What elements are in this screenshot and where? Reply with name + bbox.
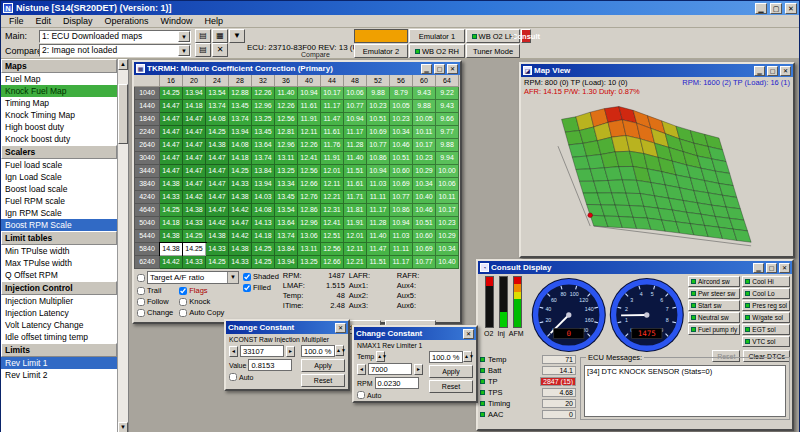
- grid-cell[interactable]: 10.17: [413, 139, 436, 152]
- grid-cell[interactable]: 13.25: [252, 113, 275, 126]
- minimize-button[interactable]: ▁: [754, 66, 765, 76]
- grid-cell[interactable]: 10.94: [390, 217, 413, 230]
- emulator2-button[interactable]: Emulator 2: [354, 44, 408, 58]
- grid-cell[interactable]: 14.25: [252, 243, 275, 256]
- grid-cell[interactable]: 14.47: [160, 165, 183, 178]
- menu-edit[interactable]: Edit: [30, 15, 58, 28]
- grid-cell[interactable]: 14.18: [183, 100, 206, 113]
- grid-cell[interactable]: 10.69: [413, 243, 436, 256]
- grid-cell[interactable]: 12.51: [321, 230, 344, 243]
- menu-operations[interactable]: Operations: [99, 15, 155, 28]
- switch-neutral-sw[interactable]: Neutral sw: [688, 312, 740, 323]
- percent-field[interactable]: 100.0 %: [301, 345, 335, 357]
- consult-titlebar[interactable]: ◔ Consult Display ▁ ▢ ✕: [478, 261, 792, 274]
- grid-cell[interactable]: 13.25: [298, 256, 321, 269]
- grid-cell[interactable]: 14.47: [160, 126, 183, 139]
- switch-pwr-steer-sw[interactable]: Pwr steer sw: [688, 288, 740, 299]
- grid-cell[interactable]: 14.25: [183, 243, 206, 256]
- grid-cell[interactable]: 11.17: [344, 126, 367, 139]
- minimize-button[interactable]: ▁: [421, 64, 432, 74]
- spinner-icon[interactable]: ▲▼: [335, 345, 344, 356]
- compare-image-combo[interactable]: 2: Image not loaded ▼: [39, 44, 191, 57]
- knock-checkbox[interactable]: Knock: [179, 296, 224, 307]
- grid-cell[interactable]: 14.47: [183, 126, 206, 139]
- consult-button[interactable]: Consult: [521, 29, 531, 43]
- grid-cell[interactable]: 9.88: [436, 139, 459, 152]
- sidebar-item-q-offset-rpm[interactable]: Q Offset RPM: [1, 269, 117, 281]
- grid-cell[interactable]: 10.34: [390, 126, 413, 139]
- grid-cell[interactable]: 10.40: [436, 256, 459, 269]
- grid-cell[interactable]: 10.60: [413, 230, 436, 243]
- grid-cell[interactable]: 11.81: [344, 204, 367, 217]
- grid-cell[interactable]: 14.42: [206, 217, 229, 230]
- grid-cell[interactable]: 10.23: [436, 217, 459, 230]
- grid-cell[interactable]: 12.66: [298, 178, 321, 191]
- grid-cell[interactable]: 14.47: [183, 165, 206, 178]
- grid-cell[interactable]: 9.43: [413, 87, 436, 100]
- grid-cell[interactable]: 13.74: [229, 113, 252, 126]
- grid-cell[interactable]: 11.91: [298, 113, 321, 126]
- grid-cell[interactable]: 11.28: [344, 139, 367, 152]
- grid-cell[interactable]: 14.38: [160, 243, 183, 256]
- grid-cell[interactable]: 14.42: [160, 256, 183, 269]
- apply-button[interactable]: Apply: [429, 365, 473, 378]
- menu-file[interactable]: File: [3, 15, 30, 28]
- grid-cell[interactable]: 11.17: [321, 100, 344, 113]
- grid-cell[interactable]: 9.88: [367, 87, 390, 100]
- grid-cell[interactable]: 14.25: [229, 165, 252, 178]
- switch-start-sw[interactable]: Start sw: [688, 300, 740, 311]
- grid-cell[interactable]: 14.47: [206, 191, 229, 204]
- sidebar-item-high-boost-duty[interactable]: High boost duty: [1, 121, 117, 133]
- grid-cell[interactable]: 14.47: [160, 152, 183, 165]
- grid-cell[interactable]: 14.38: [160, 178, 183, 191]
- decrement-icon[interactable]: ◄: [357, 364, 366, 375]
- grid-cell[interactable]: 10.34: [436, 243, 459, 256]
- grid-cell[interactable]: 13.06: [298, 230, 321, 243]
- grid-cell[interactable]: 10.69: [390, 178, 413, 191]
- grid-cell[interactable]: 12.88: [229, 87, 252, 100]
- grid-cell[interactable]: 10.51: [367, 113, 390, 126]
- sidebar-item-knock-boost-duty[interactable]: Knock boost duty: [1, 133, 117, 145]
- grid-cell[interactable]: 11.03: [367, 178, 390, 191]
- grid-cell[interactable]: 14.33: [229, 256, 252, 269]
- chevron-down-icon[interactable]: ▼: [178, 45, 190, 56]
- grid-cell[interactable]: 10.11: [436, 191, 459, 204]
- grid-cell[interactable]: 11.61: [298, 100, 321, 113]
- grid-cell[interactable]: 14.47: [160, 100, 183, 113]
- grid-cell[interactable]: 14.38: [206, 139, 229, 152]
- grid-cell[interactable]: 10.34: [413, 178, 436, 191]
- grid-cell[interactable]: 12.26: [298, 139, 321, 152]
- grid-cell[interactable]: 12.21: [344, 256, 367, 269]
- filled-checkbox[interactable]: Filled: [243, 282, 279, 293]
- grid-cell[interactable]: 10.77: [344, 100, 367, 113]
- map-window-titlebar[interactable]: ▦ TKRMH: Mixture Coefficient Correction …: [134, 62, 460, 75]
- grid-cell[interactable]: 14.47: [206, 178, 229, 191]
- sidebar-item-volt-latency-change[interactable]: Volt Latency Change: [1, 319, 117, 331]
- grid-cell[interactable]: 10.77: [367, 139, 390, 152]
- grid-cell[interactable]: 11.91: [321, 152, 344, 165]
- grid-cell[interactable]: 11.40: [275, 87, 298, 100]
- tuner-mode-button[interactable]: Tuner Mode: [466, 44, 520, 58]
- auto-copy-checkbox[interactable]: Auto Copy: [179, 307, 224, 318]
- switch-vtc-sol[interactable]: VTC sol: [742, 336, 790, 347]
- switch-cool-hi[interactable]: Cool Hi: [742, 276, 790, 287]
- grid-cell[interactable]: 11.76: [321, 139, 344, 152]
- grid-cell[interactable]: 10.94: [367, 165, 390, 178]
- grid-cell[interactable]: 9.22: [436, 87, 459, 100]
- open-compare-button[interactable]: ▤: [195, 43, 211, 57]
- grid-cell[interactable]: 12.21: [321, 191, 344, 204]
- sidebar-item-injection-multiplier[interactable]: Injection Multiplier: [1, 295, 117, 307]
- grid-cell[interactable]: 13.84: [252, 165, 275, 178]
- map-view-titlebar[interactable]: ◪ Map View ▁ ▢ ✕: [521, 64, 793, 77]
- grid-cell[interactable]: 13.11: [298, 243, 321, 256]
- grid-cell[interactable]: 11.40: [367, 230, 390, 243]
- grid-cell[interactable]: 11.47: [367, 243, 390, 256]
- grid-cell[interactable]: 10.46: [390, 139, 413, 152]
- grid-cell[interactable]: 14.38: [229, 191, 252, 204]
- grid-cell[interactable]: 9.43: [436, 100, 459, 113]
- grid-cell[interactable]: 14.47: [206, 152, 229, 165]
- sidebar-scrollbar[interactable]: ▲ ▼: [117, 59, 128, 432]
- sidebar-item-min-tpulse-width[interactable]: Min TPulse width: [1, 245, 117, 257]
- grid-cell[interactable]: 14.47: [183, 139, 206, 152]
- grid-cell[interactable]: 13.94: [229, 126, 252, 139]
